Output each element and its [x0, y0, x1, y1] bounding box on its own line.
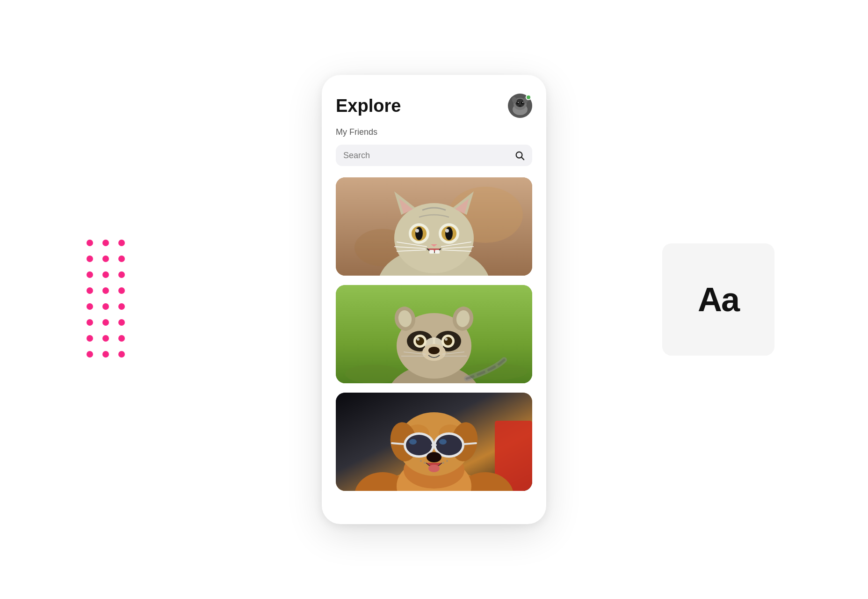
dot — [118, 287, 125, 294]
svg-point-58 — [444, 337, 452, 345]
svg-point-8 — [519, 105, 521, 107]
svg-point-28 — [415, 229, 419, 233]
svg-point-87 — [428, 465, 440, 472]
dot — [102, 287, 109, 294]
dot — [118, 303, 125, 310]
svg-point-79 — [406, 435, 432, 455]
dot — [118, 319, 125, 326]
svg-point-91 — [442, 462, 444, 464]
typography-sample: Aa — [698, 280, 739, 319]
svg-point-43 — [345, 365, 401, 383]
svg-point-27 — [415, 227, 423, 240]
cat-image — [336, 177, 532, 276]
dot — [102, 271, 109, 278]
dot — [87, 240, 93, 246]
section-label: My Friends — [336, 127, 532, 137]
svg-line-83 — [464, 443, 476, 444]
dot — [102, 351, 109, 358]
svg-point-32 — [445, 229, 449, 233]
dot — [87, 319, 93, 326]
svg-point-31 — [445, 227, 453, 240]
svg-point-90 — [446, 460, 448, 462]
svg-point-81 — [436, 435, 462, 455]
online-status-indicator — [526, 95, 531, 100]
cat-image-card[interactable] — [336, 177, 532, 276]
svg-point-61 — [428, 347, 440, 354]
dot-grid-decoration — [87, 240, 127, 359]
svg-point-84 — [409, 439, 417, 445]
dot — [102, 319, 109, 326]
search-bar[interactable] — [336, 145, 532, 166]
svg-rect-35 — [435, 250, 440, 254]
dot — [118, 240, 125, 246]
dot — [102, 303, 109, 310]
raccoon-image — [336, 285, 532, 383]
svg-point-59 — [445, 338, 448, 341]
dog-sunglasses-image — [336, 393, 532, 491]
svg-point-56 — [417, 338, 420, 341]
app-header: Explore — [336, 94, 532, 118]
svg-point-4 — [516, 102, 519, 104]
search-icon — [514, 150, 525, 161]
dot — [87, 303, 93, 310]
dot — [102, 240, 109, 246]
dot — [118, 271, 125, 278]
dot — [102, 335, 109, 342]
svg-point-89 — [424, 462, 426, 464]
dot — [87, 287, 93, 294]
svg-rect-34 — [429, 250, 434, 254]
typography-card: Aa — [662, 243, 774, 356]
svg-point-88 — [420, 460, 422, 462]
svg-point-6 — [518, 102, 519, 103]
dot — [87, 256, 93, 262]
dog-sunglasses-image-card[interactable] — [336, 393, 532, 491]
svg-point-55 — [416, 337, 424, 345]
svg-line-12 — [521, 157, 524, 160]
svg-point-85 — [439, 439, 447, 445]
search-input[interactable] — [343, 151, 514, 161]
raccoon-image-card[interactable] — [336, 285, 532, 383]
svg-point-7 — [522, 102, 523, 103]
dot — [102, 256, 109, 262]
dot — [87, 335, 93, 342]
image-cards-list — [336, 177, 532, 491]
dot — [118, 335, 125, 342]
page-wrapper: Explore — [0, 0, 868, 599]
dot — [118, 351, 125, 358]
svg-point-86 — [427, 452, 441, 462]
page-title: Explore — [336, 96, 401, 116]
svg-point-5 — [521, 102, 524, 104]
svg-line-82 — [392, 443, 404, 444]
dot — [87, 271, 93, 278]
phone-mockup: Explore — [322, 75, 546, 524]
dot — [87, 351, 93, 358]
svg-point-20 — [394, 203, 474, 273]
dot — [118, 256, 125, 262]
user-avatar-wrapper[interactable] — [508, 94, 532, 118]
